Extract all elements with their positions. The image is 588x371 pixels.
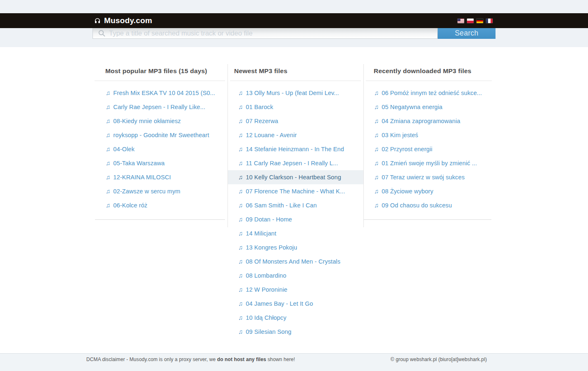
- track-list-recently-downloaded: ♫06 Pomóż innym też odnieść sukce...♫05 …: [363, 86, 492, 212]
- track-link[interactable]: ♫07 Rezerwa: [228, 114, 363, 128]
- track-link[interactable]: ♫01 Barock: [228, 100, 363, 114]
- flag-us-icon[interactable]: [458, 19, 464, 23]
- track-link[interactable]: ♫08 Of Monsters And Men - Crystals: [228, 254, 363, 269]
- track-title: 07 Rezerwa: [246, 118, 278, 124]
- music-note-icon: ♫: [238, 89, 243, 96]
- music-note-icon: ♫: [374, 145, 379, 152]
- search-button[interactable]: Search: [438, 28, 496, 39]
- column-title-newest: Newest MP3 files: [228, 47, 363, 75]
- music-note-icon: ♫: [374, 117, 379, 124]
- music-note-icon: ♫: [238, 272, 243, 279]
- track-title: 11 Carly Rae Jepsen - I Really L...: [246, 160, 338, 166]
- track-title: 05 Negatywna energia: [382, 104, 442, 110]
- music-note-icon: ♫: [238, 103, 243, 110]
- track-title: 02-Zawsze w sercu mym: [113, 188, 180, 195]
- column-most-popular: Most popular MP3 files (15 days) ♫Fresh …: [95, 47, 228, 212]
- track-title: 08 Of Monsters And Men - Crystals: [246, 258, 340, 265]
- column-newest: Newest MP3 files ♫13 Olly Murs - Up (fea…: [228, 47, 363, 339]
- track-link[interactable]: ♫12 W Poroninie: [228, 283, 363, 297]
- track-link[interactable]: ♫13 Olly Murs - Up (feat Demi Lev...: [228, 86, 363, 100]
- header-bar: Musody.com: [0, 13, 588, 28]
- track-link[interactable]: ♫Fresh Mix ESKA TV 10 04 2015 (S0...: [95, 86, 228, 100]
- track-title: 14 Stefanie Heinzmann - In The End: [246, 146, 344, 152]
- track-link[interactable]: ♫07 Teraz uwierz w swój sukces: [363, 170, 492, 184]
- track-link[interactable]: ♫12 Louane - Avenir: [228, 128, 363, 142]
- flag-pl-icon[interactable]: [467, 19, 474, 23]
- column-recently-downloaded: Recently downloaded MP3 files ♫06 Pomóż …: [363, 47, 492, 212]
- track-link[interactable]: ♫02 Przyrost energii: [363, 142, 492, 156]
- music-note-icon: ♫: [238, 159, 243, 166]
- track-title: 01 Barock: [246, 104, 273, 110]
- music-note-icon: ♫: [106, 145, 110, 152]
- language-switcher: [458, 19, 493, 23]
- track-link[interactable]: ♫06 Pomóż innym też odnieść sukce...: [363, 86, 492, 100]
- music-note-icon: ♫: [106, 159, 110, 166]
- track-link[interactable]: ♫03 Kim jesteś: [363, 128, 492, 142]
- music-note-icon: ♫: [106, 103, 110, 110]
- track-link[interactable]: ♫10 Idą Chłopcy: [228, 311, 363, 325]
- track-link[interactable]: ♫royksopp - Goodnite Mr Sweetheart: [95, 128, 228, 142]
- music-note-icon: ♫: [374, 103, 379, 110]
- track-link[interactable]: ♫04 James Bay - Let It Go: [228, 297, 363, 311]
- track-link[interactable]: ♫13 Kongres Pokoju: [228, 240, 363, 254]
- track-link[interactable]: ♫05 Negatywna energia: [363, 100, 492, 114]
- music-note-icon: ♫: [106, 188, 110, 195]
- music-note-icon: ♫: [374, 188, 379, 195]
- column-header-divider: [95, 81, 225, 81]
- column-header-divider: [230, 81, 361, 81]
- music-note-icon: ♫: [106, 174, 110, 181]
- track-link[interactable]: ♫Carly Rae Jepsen - I Really Like...: [95, 100, 228, 114]
- track-link[interactable]: ♫08 Życiowe wybory: [363, 184, 492, 198]
- track-title: 09 Od chaosu do sukcesu: [382, 202, 452, 209]
- top-strip: [0, 0, 588, 13]
- disclaimer-suffix: shown here!: [266, 357, 295, 362]
- track-title: royksopp - Goodnite Mr Sweetheart: [113, 132, 209, 138]
- track-title: Fresh Mix ESKA TV 10 04 2015 (S0...: [113, 90, 215, 96]
- track-link[interactable]: ♫09 Dotan - Home: [228, 212, 363, 226]
- brand-home-link[interactable]: Musody.com: [94, 16, 152, 25]
- track-link[interactable]: ♫04-Olek: [95, 142, 228, 156]
- track-title: 06 Pomóż innym też odnieść sukce...: [382, 90, 482, 96]
- music-note-icon: ♫: [238, 216, 243, 223]
- track-title: 05-Taka Warszawa: [113, 160, 164, 166]
- track-link[interactable]: ♫02-Zawsze w sercu mym: [95, 184, 228, 198]
- track-link[interactable]: ♫09 Od chaosu do sukcesu: [363, 198, 492, 212]
- column-title-recently-downloaded: Recently downloaded MP3 files: [363, 47, 492, 75]
- disclaimer-bold-text: do not host any files: [217, 357, 266, 362]
- footer-inner: DCMA disclaimer - Musody.com is only a p…: [86, 357, 487, 362]
- track-link[interactable]: ♫07 Florence The Machine - What K...: [228, 184, 363, 198]
- main-content: Most popular MP3 files (15 days) ♫Fresh …: [95, 47, 492, 353]
- track-link[interactable]: ♫04 Zmiana zaprogramowania: [363, 114, 492, 128]
- column-bottom-line: [95, 219, 225, 220]
- search-input[interactable]: [109, 28, 437, 38]
- track-link[interactable]: ♫11 Carly Rae Jepsen - I Really L...: [228, 156, 363, 170]
- track-title: 01 Zmień swoje myśli by zmienić ...: [382, 160, 477, 166]
- music-note-icon: ♫: [238, 244, 243, 251]
- track-link[interactable]: ♫14 Milicjant: [228, 226, 363, 240]
- track-title: 10 Kelly Clarkson - Heartbeat Song: [246, 174, 341, 181]
- track-link[interactable]: ♫08-Kiedy mnie okłamiesz: [95, 114, 228, 128]
- track-link[interactable]: ♫14 Stefanie Heinzmann - In The End: [228, 142, 363, 156]
- track-link[interactable]: ♫08 Lombardino: [228, 269, 363, 283]
- track-title: 10 Idą Chłopcy: [246, 314, 286, 321]
- track-title: 07 Teraz uwierz w swój sukces: [382, 174, 465, 181]
- track-title: 04-Olek: [113, 146, 134, 152]
- track-link[interactable]: ♫05-Taka Warszawa: [95, 156, 228, 170]
- search-box: [92, 28, 438, 39]
- track-link[interactable]: ♫09 Silesian Song: [228, 325, 363, 339]
- track-title: 09 Silesian Song: [246, 328, 291, 335]
- track-link[interactable]: ♫06-Kolce róż: [95, 198, 228, 212]
- track-link[interactable]: ♫12-KRAINA MILOSCI: [95, 170, 228, 184]
- track-link[interactable]: ♫06 Sam Smith - Like I Can: [228, 198, 363, 212]
- music-note-icon: ♫: [238, 202, 243, 209]
- track-title: 08-Kiedy mnie okłamiesz: [113, 118, 180, 124]
- track-title: 12-KRAINA MILOSCI: [113, 174, 171, 181]
- track-link[interactable]: ♫01 Zmień swoje myśli by zmienić ...: [363, 156, 492, 170]
- header-inner: Musody.com: [94, 13, 493, 28]
- music-note-icon: ♫: [106, 202, 110, 209]
- track-link[interactable]: ♫10 Kelly Clarkson - Heartbeat Song: [228, 170, 363, 184]
- column-divider: [363, 64, 364, 227]
- flag-de-icon[interactable]: [477, 19, 483, 23]
- flag-fr-icon[interactable]: [486, 19, 493, 23]
- music-note-icon: ♫: [238, 300, 243, 307]
